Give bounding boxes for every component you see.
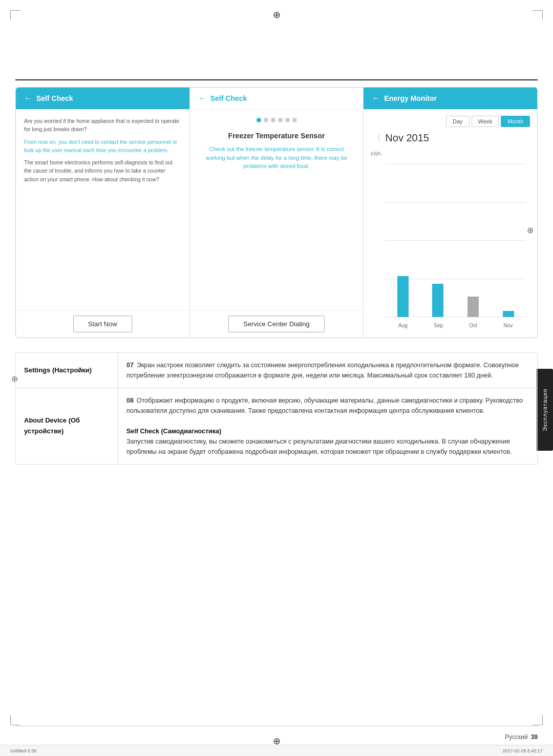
panel-energy-monitor: ← Energy Monitor Day Week Month 〈 Nov 20…	[364, 88, 537, 338]
about-device-label: About Device (Об устройстве)	[16, 388, 118, 465]
chart-x-labels: Aug Sep Oct Nov	[385, 323, 526, 328]
x-label-nov: Nov	[503, 323, 513, 328]
dot-5	[285, 118, 290, 122]
top-compass-dot: ⊕	[273, 9, 281, 20]
bar-oct-rect	[467, 297, 479, 317]
sensor-desc: Check out the freezer temperature sensor…	[198, 145, 355, 171]
bar-nov-rect	[503, 311, 514, 317]
month-nav: 〈 Nov 2015	[371, 132, 530, 144]
corner-mark-tl	[10, 10, 20, 20]
corner-mark-bl	[10, 715, 20, 725]
panel2-header: ← Self Check	[190, 88, 364, 110]
energy-tabs: Day Week Month	[371, 116, 530, 127]
panel1-back-arrow[interactable]: ←	[24, 94, 32, 103]
bar-sep-rect	[432, 284, 443, 317]
bottom-bar-left: Untitled-3 39	[10, 748, 36, 753]
bar-aug	[397, 276, 409, 317]
intro-para2: From now on, you don't need to contact t…	[24, 138, 181, 155]
panel3-body: Day Week Month 〈 Nov 2015 kWh	[364, 110, 537, 338]
about-device-content: 08Отображает информацию о продукте, вклю…	[118, 388, 538, 465]
panel-self-check-sensor: ← Self Check Freezer Temperature Sensor …	[190, 88, 364, 338]
panel1-footer: Start Now	[16, 310, 189, 338]
settings-text: Экран настроек позволяет следить за сост…	[126, 362, 519, 379]
bar-oct	[467, 297, 479, 317]
row-num-08: 08	[126, 397, 134, 404]
panel1-title: Self Check	[36, 94, 73, 102]
vertical-tab: Эксплуатация	[537, 369, 553, 451]
page-bottom-bar: Untitled-3 39 2017-02-28 5:42:17	[0, 745, 553, 756]
prev-month-arrow[interactable]: 〈	[373, 133, 381, 143]
about-device-text-1: Отображает информацию о продукте, включа…	[126, 397, 523, 414]
sensor-title: Freezer Temperature Sensor	[228, 132, 325, 140]
bottom-bar-right: 2017-02-28 5:42:17	[502, 748, 543, 753]
bar-sep	[432, 284, 443, 317]
dot-3	[271, 118, 275, 122]
kwh-label: kWh	[371, 151, 530, 157]
self-check-intro-text: Are you worried if the home appliance th…	[24, 117, 181, 183]
start-now-button[interactable]: Start Now	[73, 316, 132, 332]
panel3-back-arrow[interactable]: ←	[372, 94, 380, 103]
panel2-title: Self Check	[210, 94, 247, 102]
panel2-back-arrow[interactable]: ←	[198, 94, 206, 103]
intro-para1: Are you worried if the home appliance th…	[24, 117, 181, 134]
x-label-sep: Sep	[434, 323, 443, 328]
info-table: Settings (Настройки) 07Экран настроек по…	[15, 352, 538, 465]
panel3-title: Energy Monitor	[384, 94, 437, 102]
bottom-rule	[15, 726, 538, 726]
tab-month[interactable]: Month	[501, 116, 530, 127]
intro-para2-highlight: From now on, you don't need to contact t…	[24, 139, 177, 153]
footer-page-number: 39	[531, 733, 538, 741]
x-label-oct: Oct	[469, 323, 477, 328]
settings-label: Settings (Настройки)	[16, 353, 118, 388]
dot-4	[278, 118, 283, 122]
dot-1	[257, 118, 261, 122]
self-check-subheading: Self Check (Самодиагностика)	[126, 428, 221, 435]
corner-mark-br	[533, 715, 543, 725]
chart-bars	[385, 240, 526, 317]
about-device-text-2: Запустив самодиагностику, вы сможете озн…	[126, 438, 512, 455]
top-rule	[15, 79, 538, 80]
settings-content: 07Экран настроек позволяет следить за со…	[118, 353, 538, 388]
bar-aug-rect	[397, 276, 409, 317]
row-num-07: 07	[126, 362, 134, 369]
x-label-aug: Aug	[398, 323, 408, 328]
table-row-settings: Settings (Настройки) 07Экран настроек по…	[16, 353, 538, 388]
ui-card: ← Self Check Are you worried if the home…	[15, 87, 538, 338]
footer-lang: Русский	[505, 733, 528, 741]
dot-6	[292, 118, 297, 122]
bar-nov	[503, 311, 514, 317]
chart-container: Aug Sep Oct Nov	[371, 164, 530, 331]
page-content: ← Self Check Are you worried if the home…	[15, 87, 538, 715]
dots-indicator	[257, 118, 297, 122]
tab-day[interactable]: Day	[446, 116, 470, 127]
grid-line-2	[385, 202, 526, 203]
vertical-tab-text: Эксплуатация	[542, 388, 548, 431]
bottom-footer: Русский 39	[15, 733, 538, 741]
grid-line-1	[385, 164, 526, 164]
current-month: Nov 2015	[385, 132, 429, 144]
service-center-dialing-button[interactable]: Service Center Dialing	[228, 316, 324, 332]
intro-para3: The smart home electronics performs self…	[24, 158, 181, 183]
panel1-body: Are you worried if the home appliance th…	[16, 110, 189, 310]
panel1-header: ← Self Check	[16, 88, 189, 110]
panel2-body: Freezer Temperature Sensor Check out the…	[190, 110, 364, 310]
panel2-footer: Service Center Dialing	[190, 310, 364, 338]
dot-2	[264, 118, 268, 122]
corner-mark-tr	[533, 10, 543, 20]
panel3-header: ← Energy Monitor	[364, 88, 537, 110]
table-row-about-device: About Device (Об устройстве) 08Отображае…	[16, 388, 538, 465]
panel-self-check-intro: ← Self Check Are you worried if the home…	[16, 88, 190, 338]
tab-week[interactable]: Week	[472, 116, 499, 127]
